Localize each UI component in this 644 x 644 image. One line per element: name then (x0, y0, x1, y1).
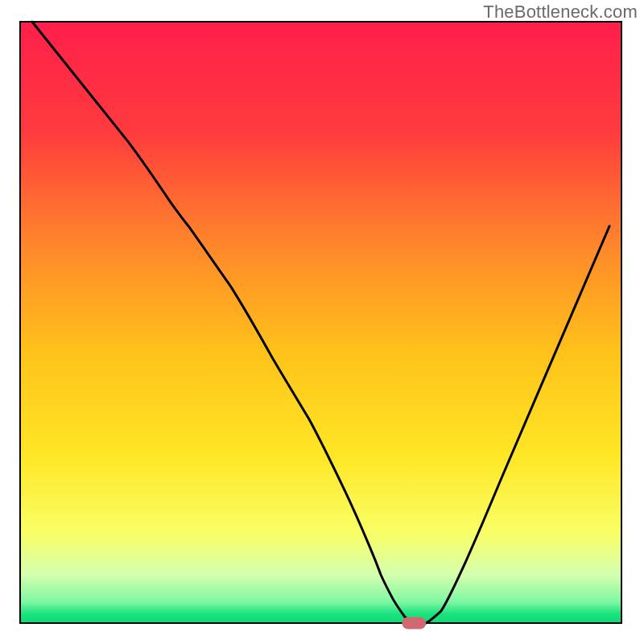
watermark-text: TheBottleneck.com (483, 2, 638, 23)
bottleneck-chart (0, 0, 644, 644)
chart-container: TheBottleneck.com (0, 0, 644, 644)
chart-background (20, 22, 621, 623)
optimal-marker (402, 617, 426, 630)
